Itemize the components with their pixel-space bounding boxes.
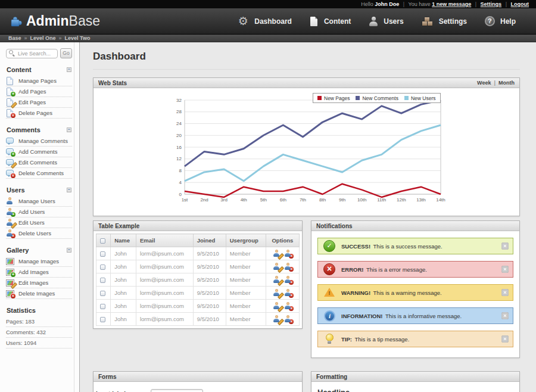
document-icon: [310, 16, 319, 27]
collapse-icon[interactable]: [67, 188, 71, 192]
sidebar-section-list: Manage Comments+Add CommentsEdit Comment…: [6, 136, 72, 179]
logo-text: AdminBase: [26, 13, 100, 29]
sidebar-section-title: Statistics: [7, 307, 36, 314]
logo[interactable]: AdminBase: [10, 13, 100, 29]
close-notification-button[interactable]: ×: [501, 266, 509, 273]
close-notification-button[interactable]: ×: [501, 335, 509, 343]
sidebar-item-add-comments[interactable]: +Add Comments: [6, 147, 72, 157]
row-checkbox[interactable]: [100, 291, 105, 296]
svg-text:16: 16: [176, 145, 182, 150]
collapse-icon[interactable]: [67, 248, 71, 253]
user-icon: [6, 197, 14, 205]
settings-link[interactable]: Settings: [481, 1, 502, 7]
delete-user-icon[interactable]: ×: [284, 276, 292, 284]
sidebar-section-title: Content: [7, 66, 32, 73]
sidebar-item-edit-users[interactable]: Edit Users: [6, 217, 72, 228]
row-checkbox[interactable]: [100, 265, 105, 270]
sidebar-item-manage-comments[interactable]: Manage Comments: [6, 136, 72, 147]
collapse-icon[interactable]: [67, 127, 71, 132]
sidebar-item-delete-pages[interactable]: ×Delete Pages: [6, 108, 72, 119]
sidebar-item-manage-pages[interactable]: Manage Pages: [6, 76, 72, 86]
main-content: Dashboard Web Stats Week | Month 0481216…: [80, 42, 536, 392]
edit-user-icon[interactable]: [273, 263, 281, 270]
sidebar-item-add-images[interactable]: +Add Images: [6, 267, 72, 278]
edit-user-icon[interactable]: [273, 315, 281, 323]
new-message-link[interactable]: 1 new message: [432, 1, 471, 7]
cell-usergroup: Member: [226, 247, 266, 260]
row-checkbox[interactable]: [100, 251, 105, 257]
sidebar-section-header[interactable]: Content: [7, 66, 71, 73]
sidebar-item-delete-users[interactable]: ×Delete Users: [6, 228, 72, 239]
delete-user-icon[interactable]: ×: [284, 250, 292, 257]
range-week-link[interactable]: Week: [477, 80, 491, 86]
row-checkbox[interactable]: [100, 304, 105, 309]
sidebar-item-edit-comments[interactable]: Edit Comments: [6, 157, 72, 168]
nav-label: Settings: [439, 17, 467, 26]
comment-icon: [6, 137, 14, 145]
notification-text: INFORMATION! This is a informative messa…: [341, 313, 462, 319]
sidebar-section-header[interactable]: Users: [7, 186, 71, 194]
sidebar-item-edit-images[interactable]: Edit Images: [6, 278, 72, 288]
cell-usergroup: Member: [226, 313, 266, 326]
cell-email: lorm@ipsum.com: [136, 273, 193, 287]
sidebar-section-users: UsersManage Users+Add UsersEdit Users×De…: [6, 186, 72, 239]
breadcrumb-item-base[interactable]: Base: [8, 35, 21, 41]
breadcrumb-item-level-two[interactable]: Level Two: [65, 35, 91, 41]
edit-user-icon[interactable]: [273, 289, 281, 297]
nav-item-settings[interactable]: Settings: [422, 16, 467, 27]
edit-user-icon[interactable]: [273, 276, 281, 284]
badge-delete: ×: [289, 254, 294, 259]
close-notification-button[interactable]: ×: [501, 242, 509, 250]
table-body: Johnlorm@ipsum.com9/5/2010Member×Johnlor…: [96, 247, 300, 326]
page-icon: [6, 77, 14, 85]
table-row: Johnlorm@ipsum.com9/5/2010Member×: [96, 300, 300, 313]
webstats-panel: Web Stats Week | Month 0481216202428321s…: [93, 77, 520, 216]
sidebar-item-label: Add Users: [18, 209, 45, 215]
text-input-field[interactable]: [151, 389, 203, 392]
delete-user-icon[interactable]: ×: [284, 289, 292, 297]
delete-user-icon[interactable]: ×: [284, 263, 292, 270]
delete-user-icon[interactable]: ×: [284, 302, 292, 310]
search-go-button[interactable]: Go: [60, 48, 72, 58]
cell-joined: 9/5/2010: [193, 260, 226, 273]
sidebar-item-delete-images[interactable]: ×Delete Images: [6, 288, 72, 299]
nav-item-help[interactable]: ?Help: [485, 16, 516, 26]
sidebar-item-add-users[interactable]: +Add Users: [6, 207, 72, 217]
cell-select: [96, 247, 111, 260]
close-notification-button[interactable]: ×: [501, 312, 509, 319]
sidebar-item-label: Manage Comments: [18, 138, 68, 144]
range-links: Week | Month: [477, 80, 515, 86]
sidebar-item-edit-pages[interactable]: Edit Pages: [6, 97, 72, 108]
sidebar-item-label: Add Comments: [18, 148, 57, 155]
nav-item-users[interactable]: Users: [369, 16, 403, 27]
collapse-icon[interactable]: [67, 67, 71, 72]
sidebar-section-header[interactable]: Comments: [7, 126, 71, 133]
delete-user-icon[interactable]: ×: [284, 315, 292, 323]
formatting-panel: Formatting Headline Lorem ipsum dolor si…: [311, 371, 520, 392]
search-input[interactable]: [18, 51, 55, 57]
sidebar-item-delete-comments[interactable]: ×Delete Comments: [6, 168, 72, 179]
nav-item-dashboard[interactable]: ⚙Dashboard: [237, 15, 292, 27]
close-notification-button[interactable]: ×: [501, 289, 509, 296]
sidebar-section-statistics: StatisticsPages: 183Comments: 432Users: …: [6, 307, 72, 349]
breadcrumb-item-level-one[interactable]: Level One: [30, 35, 56, 41]
nav-item-content[interactable]: Content: [310, 16, 351, 27]
range-month-link[interactable]: Month: [498, 80, 515, 86]
edit-user-icon[interactable]: [273, 302, 281, 310]
logout-link[interactable]: Logout: [511, 1, 529, 7]
select-all-checkbox[interactable]: [100, 238, 105, 244]
row-checkbox[interactable]: [100, 278, 105, 283]
search-box[interactable]: [6, 49, 58, 58]
warning-icon: [323, 287, 335, 298]
notifications-title: Notifications: [316, 223, 353, 229]
edit-user-icon[interactable]: [273, 250, 281, 257]
sidebar-item-add-pages[interactable]: +Add Pages: [6, 86, 72, 97]
row-checkbox[interactable]: [100, 317, 105, 322]
notification-info: INFORMATION! This is a informative messa…: [317, 307, 513, 324]
sidebar-section-comments: CommentsManage Comments+Add CommentsEdit…: [6, 126, 72, 179]
sidebar-section-header[interactable]: Gallery: [7, 247, 71, 254]
sidebar-item-manage-users[interactable]: Manage Users: [6, 196, 72, 207]
sidebar-item-manage-images[interactable]: Manage Images: [6, 256, 72, 267]
sidebar-item-label: Manage Users: [18, 198, 55, 204]
chart-legend: New PagesNew CommentsNew Users: [313, 93, 441, 103]
